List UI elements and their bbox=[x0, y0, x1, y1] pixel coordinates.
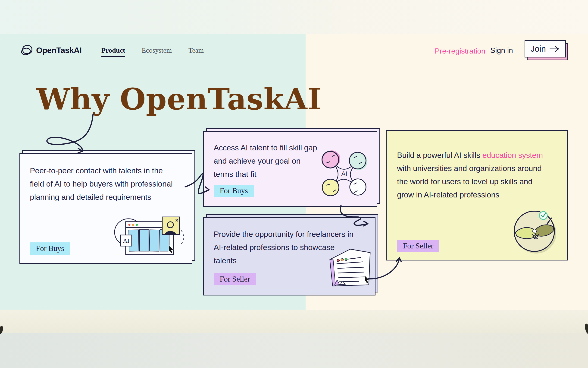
card-access: Access AI talent to fill skill gap and a… bbox=[203, 131, 377, 207]
card-freelancers: Provide the opportunity for freelancers … bbox=[203, 217, 376, 295]
card-text-line: Provide the opportunity for freelancers … bbox=[214, 228, 353, 241]
for-seller-badge: For Seller bbox=[214, 273, 256, 285]
traffic-dot-green bbox=[136, 224, 138, 226]
logo[interactable]: OpenTaskAI bbox=[20, 45, 82, 56]
handshake-illustration bbox=[513, 209, 559, 255]
traffic-dot-orange bbox=[132, 224, 134, 226]
page: OpenTaskAI Product Ecosystem Team Pre-re… bbox=[0, 0, 588, 368]
top-gradient-band bbox=[0, 0, 588, 34]
join-arrow-icon bbox=[549, 45, 560, 53]
signin-link[interactable]: Sign in bbox=[490, 46, 513, 55]
nav-item-team[interactable]: Team bbox=[188, 46, 204, 54]
page-title: Why OpenTaskAI bbox=[36, 82, 322, 116]
card-buyers: Peer-to-peer contact with talents in the… bbox=[19, 153, 192, 264]
card-buyers-text: Peer-to-peer contact with talents in the… bbox=[30, 164, 173, 204]
ai-network-illustration: AI bbox=[315, 146, 374, 202]
bottom-gray-band bbox=[0, 333, 588, 368]
card-text-line: grow in AI-related professions bbox=[397, 188, 543, 201]
nav-item-product[interactable]: Product bbox=[101, 46, 125, 57]
document-illustration bbox=[324, 248, 372, 288]
card-text-line: Build a powerful AI skills education sys… bbox=[397, 148, 543, 162]
card-education-text: Build a powerful AI skills education sys… bbox=[397, 148, 543, 201]
traffic-dot-red bbox=[129, 224, 131, 226]
card-access-text: Access AI talent to fill skill gap and a… bbox=[214, 141, 317, 181]
check-icon bbox=[539, 212, 547, 220]
for-buys-badge: For Buys bbox=[30, 242, 70, 255]
ai-network-center-label: AI bbox=[341, 170, 347, 177]
education-system-highlight: education system bbox=[483, 151, 543, 159]
nav-item-ecosystem[interactable]: Ecosystem bbox=[142, 46, 172, 54]
card-text-line: Peer-to-peer contact with talents in the bbox=[30, 164, 173, 177]
card-text-line: planning and detailed requirements bbox=[30, 191, 173, 204]
logo-icon bbox=[20, 45, 33, 56]
logo-text: OpenTaskAI bbox=[36, 46, 82, 55]
preregistration-link[interactable]: Pre-registration bbox=[435, 47, 485, 55]
for-seller-badge: For Seller bbox=[397, 240, 439, 252]
card-text-line: and achieve your goal on bbox=[214, 154, 317, 167]
card-text-line: the world for users to level up skills a… bbox=[397, 175, 543, 188]
card-text-line: with universities and organizations arou… bbox=[397, 162, 543, 175]
card-text-segment: Build a powerful AI skills bbox=[397, 151, 483, 159]
for-buys-badge: For Buys bbox=[214, 185, 254, 197]
card-text-line: Access AI talent to fill skill gap bbox=[214, 141, 317, 154]
join-button-label: Join bbox=[531, 44, 546, 54]
card-education: Build a powerful AI skills education sys… bbox=[386, 130, 568, 260]
card-text-line: terms that fit bbox=[214, 167, 317, 181]
ai-box-label: AI bbox=[123, 237, 129, 244]
browser-window-illustration: AI bbox=[112, 211, 190, 261]
join-button[interactable]: Join bbox=[525, 40, 566, 57]
card-text-line: field of AI to help buyers with professi… bbox=[30, 177, 173, 191]
bottom-beige-band bbox=[0, 310, 588, 333]
